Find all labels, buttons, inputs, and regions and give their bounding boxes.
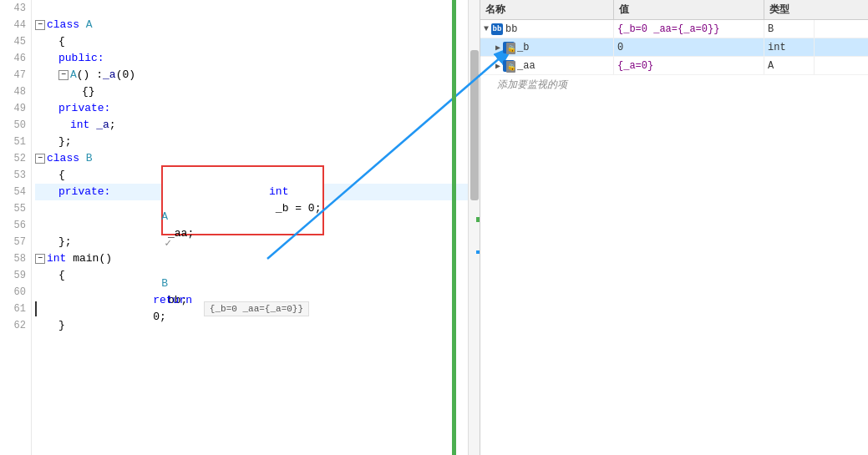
bb-value: {_b=0 _aa={_a=0}} bbox=[614, 20, 764, 38]
editor-scrollbar[interactable] bbox=[468, 0, 480, 455]
collapse-icon-47[interactable]: − bbox=[58, 70, 69, 80]
code-line-48: {} bbox=[35, 83, 468, 100]
bb-type: B bbox=[764, 20, 815, 38]
aa-value: {_a=0} bbox=[614, 57, 764, 74]
expand-arrow-b[interactable]: ▶ bbox=[495, 43, 500, 53]
code-line-61: ▶ return 0; {_b=0 _aa={_a=0}} bbox=[35, 301, 468, 317]
watch-col-type: 类型 bbox=[764, 0, 831, 19]
scrollbar-thumb[interactable] bbox=[470, 50, 479, 200]
code-line-57: }; bbox=[35, 234, 468, 250]
add-watch-row[interactable]: 添加要监视的项 bbox=[480, 75, 868, 94]
code-line-56: A _aa; bbox=[35, 217, 468, 234]
code-content: − class A { public: bbox=[32, 0, 468, 455]
aa-icon: f 🔒 bbox=[503, 60, 515, 72]
code-line-44: − class A bbox=[35, 17, 468, 33]
code-line-62: } bbox=[35, 317, 468, 334]
time-tooltip: {_b=0 _aa={_a=0}} bbox=[204, 301, 309, 316]
right-green-bar bbox=[452, 0, 456, 455]
collapse-icon-58[interactable]: − bbox=[35, 254, 45, 264]
watch-row-b[interactable]: ▶ f 🔒 _b 0 int bbox=[480, 38, 868, 57]
code-line-46: public: bbox=[35, 50, 468, 67]
code-line-45: { bbox=[35, 33, 468, 50]
b-name: _b bbox=[517, 42, 529, 53]
expand-arrow-bb[interactable]: ▼ bbox=[484, 24, 489, 33]
add-watch-label: 添加要监视的项 bbox=[497, 78, 567, 92]
b-value: 0 bbox=[614, 38, 764, 56]
collapse-icon-52[interactable]: − bbox=[35, 154, 45, 164]
green-mini-indicator bbox=[476, 217, 480, 222]
watch-header: 名称 值 类型 bbox=[480, 0, 868, 20]
line-numbers: 43 44 45 46 47 48 49 50 51 52 53 54 55 5… bbox=[0, 0, 32, 455]
bb-name: bb bbox=[505, 23, 517, 35]
code-line-51: }; bbox=[35, 134, 468, 150]
aa-type: A bbox=[764, 57, 815, 74]
code-line-47: − A () : _a (0) bbox=[35, 67, 468, 83]
cursor-bar bbox=[35, 301, 37, 316]
b-type: int bbox=[764, 38, 815, 56]
editor-panel: 43 44 45 46 47 48 49 50 51 52 53 54 55 5… bbox=[0, 0, 480, 455]
collapse-icon-44[interactable]: − bbox=[35, 20, 45, 30]
watch-col-value: 值 bbox=[614, 0, 764, 19]
b-icon: f 🔒 bbox=[503, 42, 515, 53]
watch-rows: ▼ bb bb {_b=0 _aa={_a=0}} B ▶ f 🔒 _b 0 i… bbox=[480, 20, 868, 455]
code-line-50: int _a ; bbox=[35, 117, 468, 134]
watch-panel: 名称 值 类型 ▼ bb bb {_b=0 _aa={_a=0}} B ▶ f … bbox=[480, 0, 868, 455]
code-line-49: private: bbox=[35, 100, 468, 117]
watch-row-aa[interactable]: ▶ f 🔒 _aa {_a=0} A bbox=[480, 57, 868, 75]
aa-name: _aa bbox=[517, 60, 536, 72]
expand-arrow-aa[interactable]: ▶ bbox=[495, 61, 500, 71]
code-line-43 bbox=[35, 0, 468, 17]
watch-row-bb[interactable]: ▼ bb bb {_b=0 _aa={_a=0}} B bbox=[480, 20, 868, 38]
watch-col-name: 名称 bbox=[480, 0, 614, 19]
blue-scroll-indicator bbox=[476, 250, 480, 254]
bb-icon: bb bbox=[491, 23, 503, 35]
